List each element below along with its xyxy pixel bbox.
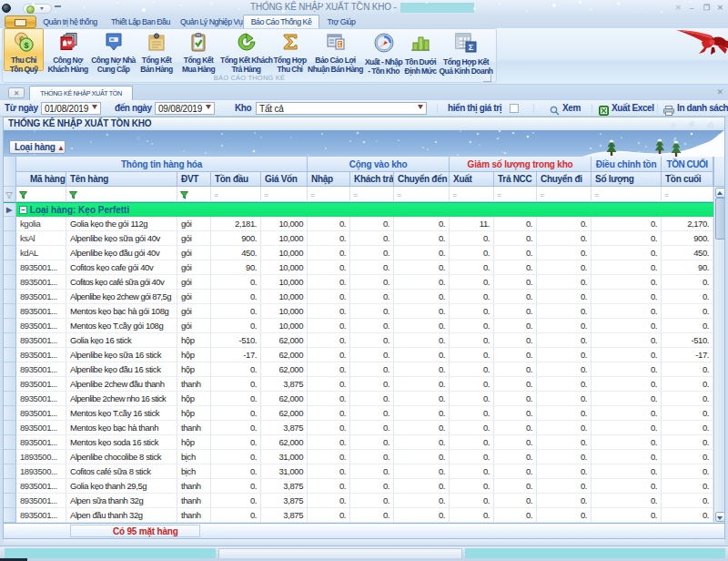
svg-text:Σ: Σ — [469, 43, 474, 52]
svg-text:Σ: Σ — [338, 41, 341, 47]
svg-text:$: $ — [24, 41, 28, 50]
